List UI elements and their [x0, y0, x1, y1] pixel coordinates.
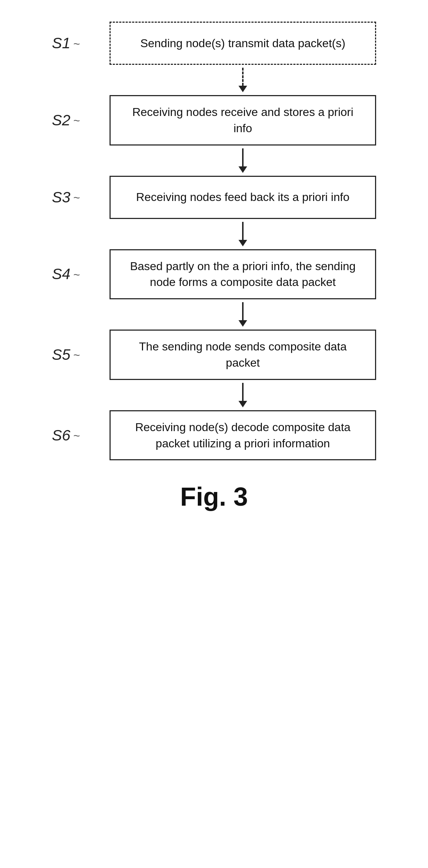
arrow-head-4: [238, 320, 247, 327]
arrow-4-container: [52, 299, 376, 330]
step-id-s2: S2: [52, 112, 70, 129]
arrow-2-container: [52, 146, 376, 176]
arrow-line-5: [242, 383, 244, 401]
step-row-s1: S1 ~ Sending node(s) transmit data packe…: [52, 22, 376, 65]
step-box-s4: Based partly on the a priori info, the s…: [110, 249, 376, 300]
step-id-s6: S6: [52, 427, 70, 444]
step-box-s1: Sending node(s) transmit data packet(s): [110, 22, 376, 65]
step-id-s3: S3: [52, 189, 70, 206]
step-box-s5: The sending node sends composite data pa…: [110, 330, 376, 380]
step-text-s6: Receiving node(s) decode composite data …: [121, 419, 364, 452]
arrow-5-container: [52, 380, 376, 410]
step-text-s5: The sending node sends composite data pa…: [121, 339, 364, 371]
step-label-s5: S5 ~: [52, 346, 110, 363]
tilde-s6: ~: [73, 429, 80, 443]
figure-label: Fig. 3: [180, 482, 248, 511]
tilde-s4: ~: [73, 268, 80, 282]
step-row-s2: S2 ~ Receiving nodes receive and stores …: [52, 95, 376, 146]
tilde-s5: ~: [73, 349, 80, 362]
step-label-s3: S3 ~: [52, 189, 110, 206]
arrow-line-2: [242, 148, 244, 166]
step-box-s3: Receiving nodes feed back its a priori i…: [110, 176, 376, 219]
step-label-s1: S1 ~: [52, 35, 110, 52]
step-box-s2: Receiving nodes receive and stores a pri…: [110, 95, 376, 146]
tilde-s1: ~: [73, 37, 80, 51]
arrow-line-3: [242, 222, 244, 240]
step-text-s4: Based partly on the a priori info, the s…: [121, 258, 364, 291]
arrow-3-container: [52, 219, 376, 249]
step-row-s6: S6 ~ Receiving node(s) decode composite …: [52, 410, 376, 461]
arrow-5: [238, 380, 247, 410]
step-box-s6: Receiving node(s) decode composite data …: [110, 410, 376, 461]
step-row-s4: S4 ~ Based partly on the a priori info, …: [52, 249, 376, 300]
diagram-container: S1 ~ Sending node(s) transmit data packe…: [0, 0, 428, 868]
step-id-s5: S5: [52, 346, 70, 363]
step-text-s2: Receiving nodes receive and stores a pri…: [121, 104, 364, 137]
step-row-s3: S3 ~ Receiving nodes feed back its a pri…: [52, 176, 376, 219]
step-label-s2: S2 ~: [52, 112, 110, 129]
step-id-s4: S4: [52, 265, 70, 283]
arrow-2: [238, 146, 247, 176]
step-row-s5: S5 ~ The sending node sends composite da…: [52, 330, 376, 380]
step-text-s1: Sending node(s) transmit data packet(s): [140, 35, 345, 52]
step-id-s1: S1: [52, 35, 70, 52]
arrow-1: [238, 65, 247, 95]
tilde-s2: ~: [73, 114, 80, 127]
step-text-s3: Receiving nodes feed back its a priori i…: [136, 189, 349, 205]
arrow-line-4: [242, 302, 244, 320]
arrow-line-1: [242, 68, 244, 86]
step-label-s4: S4 ~: [52, 265, 110, 283]
arrow-head-3: [238, 240, 247, 246]
arrow-head-2: [238, 166, 247, 173]
tilde-s3: ~: [73, 191, 80, 205]
arrow-head-1: [238, 86, 247, 92]
arrow-head-5: [238, 401, 247, 407]
arrow-1-container: [52, 65, 376, 95]
step-label-s6: S6 ~: [52, 427, 110, 444]
arrow-3: [238, 219, 247, 249]
flow-wrapper: S1 ~ Sending node(s) transmit data packe…: [52, 22, 376, 511]
arrow-4: [238, 299, 247, 330]
